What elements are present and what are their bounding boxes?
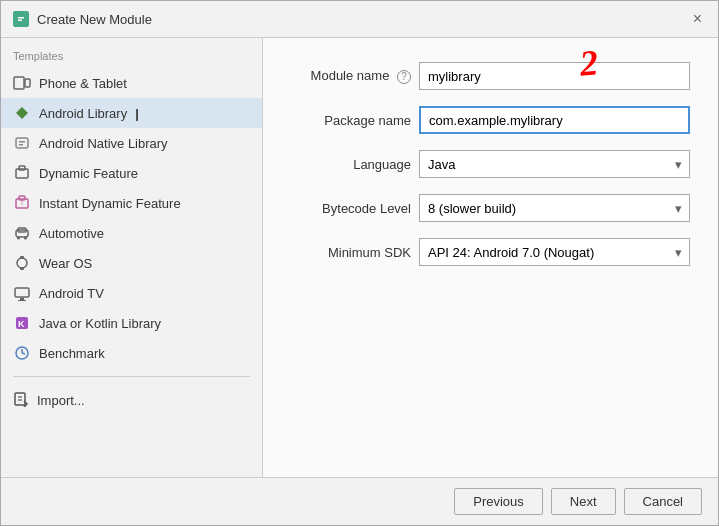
sidebar-item-automotive[interactable]: Automotive — [1, 218, 262, 248]
annotation-number: 2 — [578, 41, 600, 84]
sidebar-item-label-android-library: Android Library — [39, 106, 127, 121]
sidebar-item-android-library[interactable]: Android Library | — [1, 98, 262, 128]
dynamic-feature-icon — [13, 164, 31, 182]
svg-rect-23 — [18, 300, 26, 301]
svg-rect-19 — [20, 256, 24, 259]
svg-rect-21 — [15, 288, 29, 297]
main-area: Templates Phone & Tablet And — [1, 38, 718, 477]
sidebar-item-label-instant-dynamic: Instant Dynamic Feature — [39, 196, 181, 211]
native-lib-icon — [13, 134, 31, 152]
import-icon — [13, 391, 29, 410]
module-name-help[interactable]: ? — [397, 70, 411, 84]
svg-text:K: K — [18, 319, 25, 329]
sidebar-import-button[interactable]: Import... — [1, 385, 262, 416]
previous-button[interactable]: Previous — [454, 488, 543, 515]
sidebar-item-phone-tablet[interactable]: Phone & Tablet — [1, 68, 262, 98]
sidebar-item-label-kotlin-lib: Java or Kotlin Library — [39, 316, 161, 331]
sidebar-item-kotlin-lib[interactable]: K Java or Kotlin Library — [1, 308, 262, 338]
language-select[interactable]: Java Kotlin — [419, 150, 690, 178]
sidebar-item-label-android-native: Android Native Library — [39, 136, 168, 151]
package-name-row: Package name — [291, 106, 690, 134]
sidebar-item-label-automotive: Automotive — [39, 226, 104, 241]
sidebar-item-instant-dynamic[interactable]: ! Instant Dynamic Feature — [1, 188, 262, 218]
kotlin-lib-icon: K — [13, 314, 31, 332]
svg-text:!: ! — [21, 200, 23, 207]
svg-rect-2 — [18, 20, 22, 22]
next-button[interactable]: Next — [551, 488, 616, 515]
sidebar-item-benchmark[interactable]: Benchmark — [1, 338, 262, 368]
sidebar-divider — [13, 376, 250, 377]
sidebar-import-label: Import... — [37, 393, 85, 408]
sidebar-item-label-benchmark: Benchmark — [39, 346, 105, 361]
module-name-label: Module name ? — [291, 68, 411, 84]
language-row: Language Java Kotlin — [291, 150, 690, 178]
cursor-indicator: | — [135, 106, 139, 121]
min-sdk-row: Minimum SDK API 24: Android 7.0 (Nougat)… — [291, 238, 690, 266]
sidebar-item-label-phone-tablet: Phone & Tablet — [39, 76, 127, 91]
bytecode-select[interactable]: 8 (slower build) 7 6 — [419, 194, 690, 222]
dialog-title: Create New Module — [37, 12, 152, 27]
svg-rect-8 — [19, 144, 23, 146]
sidebar: Templates Phone & Tablet And — [1, 38, 263, 477]
dialog-icon — [13, 11, 29, 27]
title-bar-left: Create New Module — [13, 11, 152, 27]
bytecode-select-wrapper: 8 (slower build) 7 6 — [419, 194, 690, 222]
sidebar-item-android-tv[interactable]: Android TV — [1, 278, 262, 308]
svg-rect-7 — [19, 141, 25, 143]
sidebar-section-label: Templates — [1, 46, 262, 68]
svg-marker-5 — [16, 107, 28, 119]
svg-point-18 — [17, 258, 27, 268]
svg-point-16 — [17, 237, 20, 240]
language-label: Language — [291, 157, 411, 172]
footer: Previous Next Cancel — [1, 477, 718, 525]
svg-rect-10 — [19, 166, 25, 170]
sidebar-item-wear-os[interactable]: Wear OS — [1, 248, 262, 278]
svg-rect-3 — [14, 77, 24, 89]
package-name-input[interactable] — [419, 106, 690, 134]
android-tv-icon — [13, 284, 31, 302]
bytecode-row: Bytecode Level 8 (slower build) 7 6 — [291, 194, 690, 222]
min-sdk-select[interactable]: API 24: Android 7.0 (Nougat) API 21: And… — [419, 238, 690, 266]
svg-rect-0 — [16, 14, 26, 24]
min-sdk-label: Minimum SDK — [291, 245, 411, 260]
sidebar-item-label-android-tv: Android TV — [39, 286, 104, 301]
svg-rect-20 — [20, 267, 24, 270]
benchmark-icon — [13, 344, 31, 362]
svg-point-17 — [24, 237, 27, 240]
android-lib-icon — [13, 104, 31, 122]
svg-rect-22 — [20, 298, 24, 300]
title-bar: Create New Module × — [1, 1, 718, 38]
create-new-module-dialog: Create New Module × Templates Phone & Ta… — [0, 0, 719, 526]
bytecode-label: Bytecode Level — [291, 201, 411, 216]
sidebar-item-label-wear-os: Wear OS — [39, 256, 92, 271]
cancel-button[interactable]: Cancel — [624, 488, 702, 515]
svg-rect-4 — [25, 79, 30, 87]
close-button[interactable]: × — [689, 9, 706, 29]
sidebar-item-dynamic-feature[interactable]: Dynamic Feature — [1, 158, 262, 188]
svg-rect-6 — [16, 138, 28, 148]
sidebar-item-android-native[interactable]: Android Native Library — [1, 128, 262, 158]
svg-line-28 — [22, 353, 25, 354]
svg-rect-29 — [15, 393, 25, 405]
min-sdk-select-wrapper: API 24: Android 7.0 (Nougat) API 21: And… — [419, 238, 690, 266]
content-area: 2 Module name ? Package name Language — [263, 38, 718, 477]
package-name-label: Package name — [291, 113, 411, 128]
sidebar-item-label-dynamic-feature: Dynamic Feature — [39, 166, 138, 181]
module-name-row: Module name ? — [291, 62, 690, 90]
automotive-icon — [13, 224, 31, 242]
wear-os-icon — [13, 254, 31, 272]
module-name-input[interactable] — [419, 62, 690, 90]
svg-rect-1 — [18, 17, 24, 19]
language-select-wrapper: Java Kotlin — [419, 150, 690, 178]
phone-tablet-icon — [13, 74, 31, 92]
instant-dynamic-icon: ! — [13, 194, 31, 212]
